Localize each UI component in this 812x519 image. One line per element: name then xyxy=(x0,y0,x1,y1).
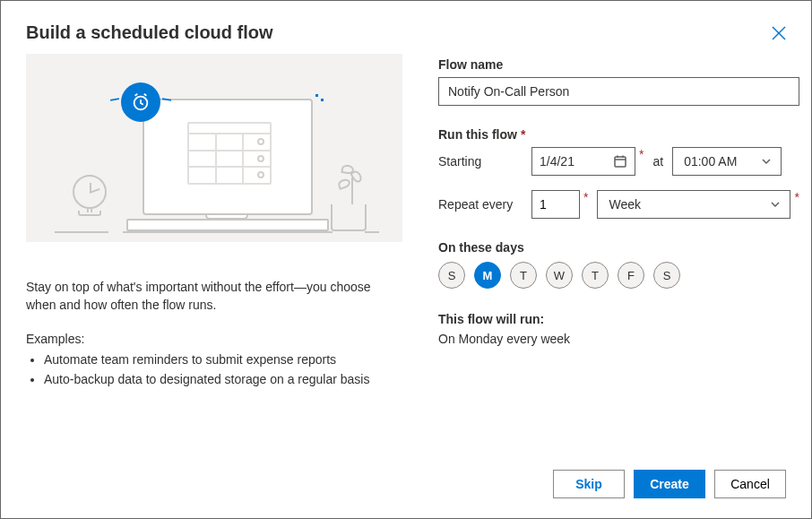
repeat-every-label: Repeat every xyxy=(438,197,523,212)
required-marker: * xyxy=(521,127,525,142)
chevron-down-icon xyxy=(770,199,781,210)
calendar-icon xyxy=(613,154,627,169)
run-this-flow-label: Run this flow xyxy=(438,127,517,142)
left-pane: Stay on top of what's important without … xyxy=(26,54,402,455)
time-value: 01:00 AM xyxy=(684,154,737,169)
day-pill-tue[interactable]: T xyxy=(510,262,537,289)
day-pill-wed[interactable]: W xyxy=(546,262,573,289)
plant-icon xyxy=(331,204,367,231)
required-marker: * xyxy=(794,190,799,204)
repeat-unit-select[interactable]: Week xyxy=(597,190,790,219)
starting-label: Starting xyxy=(438,154,523,169)
day-selector: S M T W T F S xyxy=(438,262,799,289)
starting-date-input[interactable]: 1/4/21 xyxy=(531,147,635,176)
summary-label: This flow will run: xyxy=(438,312,799,326)
examples-label: Examples: xyxy=(26,332,402,346)
form-pane: Flow name Run this flow * Starting 1/4/2… xyxy=(438,54,799,455)
day-pill-thu[interactable]: T xyxy=(582,262,609,289)
create-button[interactable]: Create xyxy=(634,470,705,498)
example-item: Automate team reminders to submit expens… xyxy=(44,350,402,369)
chevron-down-icon xyxy=(761,156,772,167)
day-pill-mon[interactable]: M xyxy=(474,262,501,289)
time-select[interactable]: 01:00 AM xyxy=(672,147,782,176)
description-text: Stay on top of what's important without … xyxy=(26,278,402,314)
at-label: at xyxy=(652,154,663,169)
example-item: Auto-backup data to designated storage o… xyxy=(44,369,402,389)
dialog-header: Build a scheduled cloud flow xyxy=(1,1,811,54)
cancel-button[interactable]: Cancel xyxy=(714,470,786,498)
dialog-title: Build a scheduled cloud flow xyxy=(26,22,273,43)
close-icon[interactable] xyxy=(772,26,786,40)
repeat-unit-value: Week xyxy=(609,197,641,212)
day-pill-sat[interactable]: S xyxy=(653,262,680,289)
flow-name-label: Flow name xyxy=(438,57,799,72)
clock-icon xyxy=(73,175,107,209)
scheduled-flow-dialog: Build a scheduled cloud flow xyxy=(0,0,812,519)
starting-date-value: 1/4/21 xyxy=(540,154,574,169)
repeat-count-input[interactable] xyxy=(531,190,580,219)
day-pill-sun[interactable]: S xyxy=(438,262,465,289)
skip-button[interactable]: Skip xyxy=(553,470,625,498)
required-marker: * xyxy=(639,147,644,161)
examples-list: Automate team reminders to submit expens… xyxy=(26,350,402,389)
illustration xyxy=(26,54,402,242)
summary-text: On Monday every week xyxy=(438,332,799,346)
day-pill-fri[interactable]: F xyxy=(618,262,644,289)
flow-name-input[interactable] xyxy=(438,77,799,106)
svg-rect-3 xyxy=(615,157,626,167)
dialog-footer: Skip Create Cancel xyxy=(1,455,811,518)
alarm-clock-icon xyxy=(121,82,160,122)
required-marker: * xyxy=(583,190,588,204)
on-these-days-label: On these days xyxy=(438,240,799,255)
